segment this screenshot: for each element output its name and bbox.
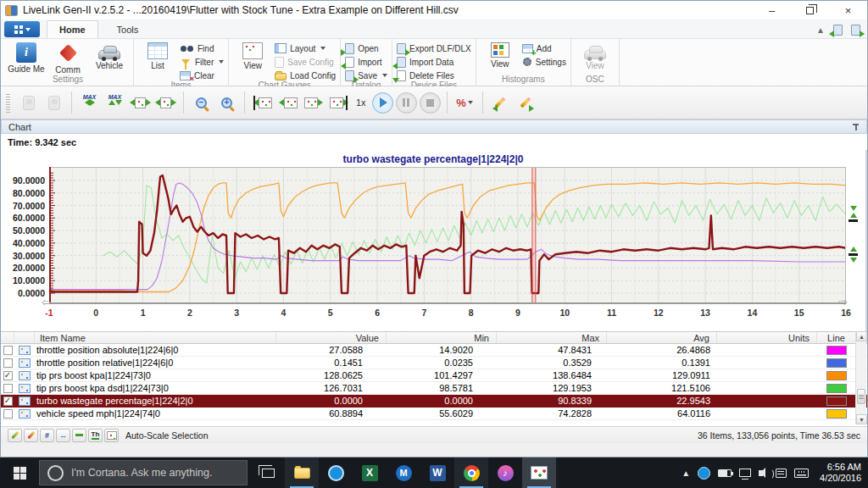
col-value[interactable]: Value: [276, 332, 387, 343]
scale-down-button[interactable]: [850, 206, 857, 211]
taskbar-blue-app[interactable]: [319, 458, 353, 488]
table-row[interactable]: throttle position absolute|1|224|6|027.0…: [1, 344, 867, 357]
cortana-search-box[interactable]: I'm Cortana. Ask me anything.: [39, 460, 248, 485]
scale-up-button[interactable]: [850, 213, 857, 218]
row-checkbox[interactable]: [3, 396, 13, 406]
col-min[interactable]: Min: [387, 332, 497, 343]
taskbar-itunes[interactable]: ♪: [488, 458, 522, 488]
col-line[interactable]: Line: [817, 332, 856, 343]
tab-tools[interactable]: Tools: [105, 20, 151, 38]
histograms-add-button[interactable]: +Add: [522, 43, 566, 53]
list-button[interactable]: List: [138, 41, 177, 70]
marker-previous-button[interactable]: [489, 92, 512, 114]
scrollbar-thumb[interactable]: [857, 389, 865, 404]
row-checkbox[interactable]: [3, 384, 13, 393]
row-checkbox[interactable]: [3, 371, 13, 380]
clear-button[interactable]: ×Clear: [180, 70, 224, 80]
col-max[interactable]: Max: [497, 332, 607, 343]
histograms-view-button[interactable]: View: [481, 41, 520, 69]
datalog-import-button[interactable]: Import: [345, 57, 387, 67]
marker-next-button[interactable]: [515, 92, 537, 114]
col-avg[interactable]: Avg: [607, 332, 717, 343]
percent-button[interactable]: %: [453, 92, 476, 114]
marker-pencil-red-button[interactable]: [24, 429, 38, 442]
row-checkbox[interactable]: [3, 346, 13, 355]
col-item-name[interactable]: Item Name: [35, 332, 276, 343]
load-config-button[interactable]: Load Config: [275, 70, 336, 80]
tray-keyboard[interactable]: [794, 469, 809, 478]
marker-pencil-green-button[interactable]: [8, 429, 22, 442]
quick-export-button[interactable]: [851, 25, 860, 36]
taskbar-clock[interactable]: 6:56 AM 4/20/2016: [816, 462, 861, 484]
taskbar-file-explorer[interactable]: [285, 458, 319, 488]
layout-button[interactable]: Layout: [275, 43, 336, 53]
restore-button[interactable]: [791, 1, 829, 19]
datalog-save-button[interactable]: Save: [345, 70, 387, 80]
task-view-button[interactable]: [251, 458, 285, 488]
collapse-ribbon-icon[interactable]: ▲: [816, 25, 825, 35]
table-row[interactable]: turbo wastegate percentage|1|224|2|00.00…: [1, 395, 867, 408]
taskbar-chrome[interactable]: [454, 458, 488, 488]
text-label-button[interactable]: Th: [88, 429, 103, 442]
axis-end-arrow-icon[interactable]: ⇨: [838, 296, 848, 308]
axis-start-arrow-icon[interactable]: ⇦: [42, 296, 51, 308]
close-button[interactable]: ×: [829, 1, 867, 19]
chart-mode-button[interactable]: [104, 429, 119, 442]
comm-button[interactable]: Comm: [48, 41, 87, 75]
zoom-out-button[interactable]: −: [190, 92, 213, 114]
minimize-button[interactable]: –: [753, 1, 791, 19]
filter-button[interactable]: Filter: [180, 57, 224, 67]
scroll-up-button[interactable]: ▲: [856, 331, 867, 341]
toolbar-grip[interactable]: [6, 92, 10, 113]
pan-right-button[interactable]: [302, 92, 325, 114]
scroll-down-button[interactable]: ▼: [856, 414, 867, 424]
pause-button[interactable]: [396, 92, 417, 114]
pan-first-button[interactable]: [251, 92, 274, 114]
tray-volume[interactable]: [759, 470, 763, 476]
delete-files-button[interactable]: Delete Files: [397, 70, 471, 80]
tray-battery[interactable]: [718, 469, 732, 477]
histograms-settings-button[interactable]: Settings: [522, 57, 566, 67]
record-device-button[interactable]: [17, 92, 40, 114]
number-toggle-button[interactable]: #: [40, 429, 54, 442]
pan-left-button[interactable]: [276, 92, 299, 114]
zoom-in-button[interactable]: +: [215, 92, 238, 114]
line-toggle-button[interactable]: [72, 429, 86, 442]
fit-vertical-button[interactable]: [154, 92, 177, 114]
table-row[interactable]: tip prs boost kpa|1|224|73|0128.0625101.…: [1, 369, 867, 382]
stop-device-button[interactable]: [42, 92, 65, 114]
datalog-open-button[interactable]: Open: [345, 43, 387, 53]
plot-svg[interactable]: [49, 167, 846, 304]
max-vertical-button[interactable]: MAX: [103, 92, 126, 114]
scale-down-button[interactable]: [850, 258, 857, 263]
tray-notifications[interactable]: [776, 469, 787, 478]
tray-blue-app[interactable]: [698, 467, 710, 480]
horizontal-span-button[interactable]: ↔: [56, 429, 70, 442]
row-checkbox[interactable]: [3, 409, 13, 419]
table-row[interactable]: tip prs boost kpa dsd|1|224|73|0126.7031…: [1, 382, 867, 395]
taskbar-excel[interactable]: X: [353, 458, 387, 488]
table-row[interactable]: vehicle speed mph|1|224|74|060.889455.60…: [1, 408, 867, 420]
export-dlf-dlx-button[interactable]: Export DLF/DLX: [397, 43, 471, 53]
osc-view-button[interactable]: View: [576, 41, 615, 70]
tray-chevron-up[interactable]: ▲: [682, 469, 690, 478]
start-button[interactable]: [0, 458, 39, 488]
stop-button[interactable]: [420, 92, 441, 114]
play-button[interactable]: [372, 92, 393, 114]
col-units[interactable]: Units: [717, 332, 817, 343]
table-scrollbar[interactable]: ▲ ▼: [855, 331, 866, 424]
app-menu-button[interactable]: [4, 21, 40, 37]
guide-me-button[interactable]: iGuide Me: [7, 41, 46, 74]
row-checkbox[interactable]: [3, 358, 13, 368]
chart-view-button[interactable]: View: [233, 41, 272, 70]
tab-home[interactable]: Home: [47, 20, 98, 38]
max-horizontal-button[interactable]: MAX: [78, 92, 101, 114]
pin-icon[interactable]: [852, 123, 860, 131]
taskbar-word[interactable]: W: [420, 458, 454, 488]
pan-last-button[interactable]: [327, 92, 350, 114]
vehicle-button[interactable]: Vehicle: [90, 41, 129, 70]
taskbar-livelink[interactable]: [522, 458, 556, 488]
find-button[interactable]: Find: [180, 43, 224, 53]
tray-network[interactable]: [739, 469, 751, 477]
quick-import-button[interactable]: [833, 25, 843, 36]
